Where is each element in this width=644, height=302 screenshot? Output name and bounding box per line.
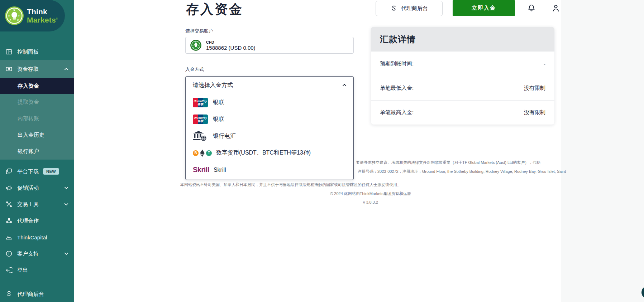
mountain-icon (5, 233, 13, 241)
deposit-method-dropdown-toggle[interactable]: 请选择入金方式 (186, 77, 353, 94)
chevron-up-icon (341, 82, 348, 88)
chevron-up-icon (64, 67, 69, 72)
bulb-logo-icon: $ ¥ f £ € (5, 6, 24, 25)
profile-button[interactable] (550, 3, 561, 14)
sidebar-item-bank-accounts[interactable]: 银行账户 (0, 143, 74, 160)
sidebar-item-agent-portal[interactable]: 代理商后台 (0, 286, 74, 302)
tools-icon (5, 200, 13, 208)
restriction-notice: 本网站资讯不针对美国、加拿大和日本居民，并且不供于与当地法律或法规相抵触的国家或… (180, 182, 401, 187)
notifications-button[interactable] (526, 3, 537, 14)
legal-text-fragment-2: 注册号码：2023-00272，注册地址：Ground Floor, the S… (358, 169, 566, 174)
legal-text-fragment-1: 要请寻求独立建议。考虑相关的法律文件对您非常重要（对于TF Global Mar… (356, 160, 540, 165)
option-unionpay-2[interactable]: UnionPay银联 银联 (186, 111, 353, 128)
detail-row-arrival-time: 预期到账时间: - (371, 52, 554, 76)
remittance-details-panel: 汇款详情 预期到账时间: - 单笔最低入金: 没有限制 单笔最高入金: 没有限制 (371, 27, 554, 125)
option-skrill[interactable]: Skrill Skrill (186, 161, 353, 178)
chevron-down-icon (64, 251, 69, 256)
main-content: 存入资金 代理商后台 立即入金 (74, 0, 561, 302)
megaphone-icon (5, 184, 13, 192)
agent-portal-label: 代理商后台 (401, 5, 428, 12)
link-icon (390, 5, 397, 12)
option-label: 数字货币(USDT、BTC和ETH等13种) (216, 149, 311, 157)
funds-group: 资金存取 存入资金 提取资金 内部转账 出入金历史 (0, 60, 74, 160)
agent-portal-button[interactable]: 代理商后台 (376, 1, 443, 16)
sidebar-item-deposit-funds[interactable]: 存入资金 (0, 78, 74, 94)
bank-wire-icon (193, 131, 209, 142)
user-icon (551, 4, 560, 13)
option-label: Skrill (214, 167, 226, 173)
option-label: 银联 (213, 116, 224, 123)
sidebar-item-internal-transfer[interactable]: 内部转账 (0, 110, 74, 127)
new-badge: NEW (43, 168, 59, 175)
tether-icon: T (206, 150, 212, 156)
account-type: CFD (206, 40, 256, 45)
option-bank-wire[interactable]: 银行电汇 (186, 128, 353, 145)
sidebar-item-thinkcapital[interactable]: ThinkCapital (0, 229, 74, 245)
sidebar-nav: 控制面板 资金存取 存入资金 (0, 44, 74, 302)
option-unionpay-1[interactable]: UnionPay银联 银联 (186, 94, 353, 111)
bitcoin-icon: B (193, 150, 199, 156)
platform-icon (5, 167, 13, 175)
sidebar-item-platform-download[interactable]: 平台下载 NEW (0, 163, 74, 180)
deposit-method-dropdown: 请选择入金方式 UnionPay银联 银联 (185, 76, 354, 180)
thinkmarkets-logo[interactable]: $ ¥ f £ € Think Markets® (0, 0, 65, 31)
sidebar-item-transaction-history[interactable]: 出入金历史 (0, 127, 74, 143)
sidebar-item-promotions[interactable]: 促销活动 (0, 180, 74, 196)
info-icon (5, 250, 13, 258)
deposit-funds-page: 存入资金 代理商后台 立即入金 (0, 0, 644, 302)
trading-account-select[interactable]: $ ¥ f £ € CFD 1588862 (USD 0.00) (185, 37, 354, 54)
ethereum-icon (200, 150, 205, 157)
sidebar-item-partner-program[interactable]: 代理合作 (0, 213, 74, 229)
page-title: 存入资金 (186, 1, 243, 18)
funds-icon (5, 65, 13, 73)
link-icon (5, 290, 13, 298)
chevron-down-icon (64, 202, 69, 207)
deposit-method-label: 入金方式 (185, 66, 204, 73)
logout-icon (5, 266, 13, 274)
detail-row-min-deposit: 单笔最低入金: 没有限制 (371, 76, 554, 100)
version-label: v 3.8.3.2 (181, 200, 560, 204)
sidebar: $ ¥ f £ € Think Markets® 控制面板 (0, 0, 74, 302)
bell-icon (527, 4, 536, 13)
header-divider (181, 22, 560, 22)
account-number-balance: 1588862 (USD 0.00) (206, 45, 256, 51)
dashboard-icon (5, 48, 13, 56)
svg-text:$: $ (195, 42, 196, 43)
deposit-now-button[interactable]: 立即入金 (453, 0, 515, 16)
option-label: 银行电汇 (213, 132, 236, 140)
unionpay-logo: UnionPay银联 (193, 115, 209, 124)
sidebar-item-logout[interactable]: 登出 (0, 262, 74, 278)
chat-widget-button[interactable] (641, 286, 644, 299)
account-coin-icon: $ ¥ f £ € (190, 40, 201, 51)
crypto-icons: B T (193, 150, 212, 157)
unionpay-logo: UnionPay银联 (193, 98, 209, 107)
chevron-down-icon (64, 185, 69, 190)
sidebar-item-withdraw-funds[interactable]: 提取资金 (0, 94, 74, 110)
sidebar-divider (5, 282, 69, 282)
svg-text:$: $ (13, 8, 15, 11)
account-select-label: 选择交易账户 (185, 28, 213, 34)
sidebar-item-trading-tools[interactable]: 交易工具 (0, 196, 74, 213)
sidebar-item-dashboard[interactable]: 控制面板 (0, 44, 74, 60)
detail-row-max-deposit: 单笔最高入金: 没有限制 (371, 100, 554, 125)
copyright-notice: © 2024 此网站由ThinkMarkets集团所有和运营 (181, 191, 560, 196)
svg-text:€: € (17, 19, 19, 22)
sidebar-item-support[interactable]: 客户支持 (0, 245, 74, 262)
panel-title: 汇款详情 (371, 27, 554, 52)
dropdown-placeholder: 请选择入金方式 (193, 82, 233, 89)
logo-wordmark: Think Markets® (27, 8, 58, 24)
sidebar-item-funds[interactable]: 资金存取 (0, 60, 74, 78)
skrill-logo: Skrill (193, 166, 209, 174)
option-crypto[interactable]: B T 数字货币(USDT、BTC和ETH等13种) (186, 145, 353, 161)
people-icon (5, 217, 13, 225)
option-label: 银联 (213, 99, 224, 106)
